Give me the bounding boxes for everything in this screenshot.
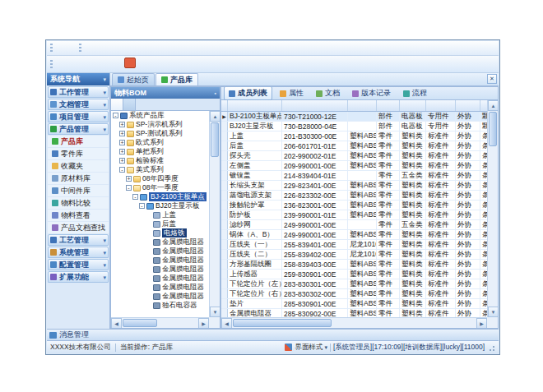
table-row[interactable]: BJ20主显示板 730-B28000-04E 部件 电器板 专用件 外协 颗 bbox=[221, 122, 487, 131]
member-tab[interactable]: 版本记录 bbox=[347, 86, 396, 100]
nav-entry[interactable]: 文档管理 bbox=[48, 99, 109, 110]
tree-node[interactable]: - 美式系列 bbox=[111, 165, 209, 174]
tree-expander-icon[interactable]: - bbox=[119, 167, 125, 173]
column-header[interactable] bbox=[426, 100, 456, 111]
nav-entry[interactable]: 产品管理 bbox=[48, 123, 109, 135]
tree-vertical-scrollbar[interactable]: ▲ ▼ bbox=[209, 111, 220, 317]
table-vertical-scrollbar[interactable]: ▲ ▼ bbox=[487, 100, 498, 317]
scroll-left-icon[interactable]: ◀ bbox=[111, 318, 122, 328]
menu-item[interactable] bbox=[66, 47, 76, 50]
tree-expander-icon[interactable]: - bbox=[132, 194, 138, 200]
tree-node[interactable]: 金属膜电阻器 bbox=[111, 256, 209, 265]
table-horizontal-scrollbar[interactable]: ◀ ▶ bbox=[221, 317, 487, 328]
scrollbar-thumb[interactable] bbox=[233, 319, 332, 327]
table-row[interactable]: 压线夹（一） 255-839401-00E 尼龙1010 零件 塑料类 标准件 … bbox=[221, 240, 487, 250]
table-row[interactable]: BJ-2100主板单点 730-T21000-12E 部件 电器板 专用件 外协… bbox=[221, 112, 487, 122]
nav-entry[interactable]: 工艺管理 bbox=[48, 234, 109, 246]
scroll-right-icon[interactable]: ▶ bbox=[198, 318, 209, 328]
nav-entry[interactable]: 项目管理 bbox=[48, 111, 109, 122]
column-header[interactable] bbox=[480, 100, 487, 111]
toolbar-grip[interactable] bbox=[79, 44, 81, 53]
table-row[interactable]: 防护板 239-990001-01E 塑料ABS 零件 塑料类 标准件 外协 条 bbox=[221, 210, 487, 220]
close-icon[interactable]: ✕ bbox=[487, 74, 497, 84]
nav-entry[interactable]: 物料比较 bbox=[48, 197, 109, 209]
version-tab[interactable] bbox=[111, 99, 123, 110]
menu-item[interactable] bbox=[56, 47, 66, 50]
document-tab[interactable]: 起始页 bbox=[112, 73, 155, 85]
tree-node[interactable]: 电烙铁 bbox=[111, 228, 209, 238]
table-row[interactable]: 下轮定位片（左） 283-830301-00E 塑料ABS 零件 塑料类 标准件… bbox=[221, 279, 487, 289]
table-row[interactable]: 锅体（A、B） 249-990001-00E 塑料ABS 零件 塑料类 标准件 … bbox=[221, 230, 487, 240]
tree-expander-icon[interactable]: + bbox=[119, 140, 125, 145]
scroll-up-icon[interactable]: ▲ bbox=[210, 111, 220, 122]
table-row[interactable]: 滤纱网 249-990001-00E 零件 五金类 标准件 外协 条 bbox=[221, 220, 487, 230]
table-row[interactable]: 上盖 201-B30300-00E 塑料ABS 零件 塑料类 标准件 外协 条 bbox=[221, 131, 487, 141]
column-header[interactable] bbox=[348, 100, 377, 111]
nav-entry[interactable]: 零件库 bbox=[48, 148, 109, 159]
table-row[interactable]: 探头壳 202-990002-01E 塑料ABS 零件 塑料类 标准件 外协 条 bbox=[221, 151, 487, 161]
toolbar-button-icon[interactable] bbox=[124, 58, 136, 68]
table-row[interactable]: 接触轮护罩 236-823001-00E 塑料ABS 零件 塑料类 标准件 外协… bbox=[221, 201, 487, 210]
column-header[interactable] bbox=[228, 100, 282, 111]
ui-style-dropdown[interactable]: 界面样式 bbox=[295, 343, 327, 353]
tree-node[interactable]: 金属膜电阻器 bbox=[111, 238, 209, 247]
scroll-down-icon[interactable]: ▼ bbox=[210, 307, 220, 317]
member-tab[interactable]: 属性 bbox=[275, 86, 309, 100]
toolbar-button-icon[interactable] bbox=[91, 58, 105, 71]
tree-node[interactable]: + SP-演示机系列 bbox=[111, 120, 209, 129]
tree-node[interactable]: 金属膜电阻器 bbox=[111, 247, 209, 256]
tree-node[interactable]: 上盖 bbox=[111, 210, 209, 219]
table-row[interactable]: 上传感器 259-830901-00E 塑料ABS 零件 塑料类 标准件 外协 … bbox=[221, 270, 487, 279]
tree-expander-icon[interactable]: + bbox=[119, 158, 125, 164]
nav-entry[interactable]: 产品库 bbox=[48, 136, 109, 147]
member-tab[interactable]: 流程 bbox=[398, 86, 432, 100]
toolbar-grip[interactable] bbox=[50, 44, 53, 53]
table-row[interactable]: 左侧盖 209-990001-00E 塑料ABS 零件 塑料类 标准件 外协 条 bbox=[221, 161, 487, 171]
scroll-left-icon[interactable]: ◀ bbox=[221, 318, 232, 328]
nav-entry[interactable]: 中间件库 bbox=[48, 185, 109, 196]
member-tab[interactable]: 文档 bbox=[311, 86, 345, 100]
table-row[interactable]: 后盖 206-601701-01E 塑料ABS 零件 塑料类 标准件 外协 条 bbox=[221, 141, 487, 151]
toolbar-button-icon[interactable] bbox=[58, 58, 72, 71]
tree-node[interactable]: - 系统产品库 bbox=[111, 111, 209, 120]
column-header[interactable] bbox=[456, 100, 480, 111]
nav-entry[interactable]: 产品文档查找 bbox=[48, 222, 109, 233]
scroll-up-icon[interactable]: ▲ bbox=[488, 100, 498, 111]
table-row[interactable]: 长缩头支架 229-823401-00E 塑料ABS 零件 塑料类 标准件 外协… bbox=[221, 181, 487, 191]
column-header[interactable] bbox=[221, 100, 228, 111]
table-row[interactable]: 压线夹（二） 255-839402-00E 尼龙1010 零件 塑料类 标准件 … bbox=[221, 250, 487, 260]
version-tab[interactable] bbox=[123, 99, 136, 110]
nav-entry[interactable]: 扩展功能 bbox=[48, 271, 109, 283]
tree-node[interactable]: + 欧式系列 bbox=[111, 138, 209, 147]
tree-node[interactable]: + 08年四季度 bbox=[111, 174, 209, 183]
document-tab[interactable]: 产品库 bbox=[155, 73, 198, 85]
tree-node[interactable]: - BJ-2100主板单点 bbox=[111, 192, 209, 201]
tree-node[interactable]: 金属膜电阻器 bbox=[111, 274, 209, 283]
scrollbar-thumb[interactable] bbox=[123, 319, 157, 327]
tree-expander-icon[interactable]: + bbox=[119, 131, 125, 136]
menu-item[interactable] bbox=[95, 47, 104, 50]
scrollbar-thumb[interactable] bbox=[211, 122, 219, 157]
tree-node[interactable]: + 检验标准 bbox=[111, 156, 209, 165]
scrollbar-thumb[interactable] bbox=[489, 112, 497, 146]
column-header[interactable] bbox=[400, 100, 426, 111]
tree-horizontal-scrollbar[interactable]: ◀ ▶ bbox=[111, 317, 209, 328]
table-row[interactable]: 垫片 285-830901-00E 塑料ABS 零件 塑料类 标准件 外协 条 bbox=[221, 299, 487, 309]
table-row[interactable]: 方形基隔线圈 258-839403-00E 塑料ABS 零件 塑料类 标准件 外… bbox=[221, 260, 487, 270]
nav-entry[interactable]: 原材料库 bbox=[48, 173, 109, 184]
tree-node[interactable]: 金属膜电阻器 bbox=[111, 283, 209, 292]
tree-expander-icon[interactable]: + bbox=[119, 122, 125, 127]
tree-node[interactable]: 独石电容器 bbox=[111, 301, 209, 310]
tree-node[interactable]: 后盖 bbox=[111, 219, 209, 228]
message-panel-header[interactable]: 消息管理 bbox=[47, 329, 499, 340]
nav-entry[interactable]: 工作管理 bbox=[48, 86, 109, 98]
toolbar-button-icon[interactable] bbox=[108, 58, 122, 71]
column-header[interactable] bbox=[377, 100, 400, 111]
tree-expander-icon[interactable]: + bbox=[126, 176, 132, 182]
tree-expander-icon[interactable]: - bbox=[113, 113, 118, 118]
nav-entry[interactable]: 收藏夹 bbox=[48, 160, 109, 172]
table-row[interactable]: 金属膜电阻器 285-830902-00E 塑料ABS 零件 塑料类 标准件 外… bbox=[221, 309, 487, 317]
nav-entry[interactable]: 配置管理 bbox=[48, 259, 109, 270]
scroll-down-icon[interactable]: ▼ bbox=[488, 307, 498, 317]
table-row[interactable]: 蒸馏电源支架 226-823302-00E 塑料ABS 零件 塑料类 标准件 外… bbox=[221, 191, 487, 201]
